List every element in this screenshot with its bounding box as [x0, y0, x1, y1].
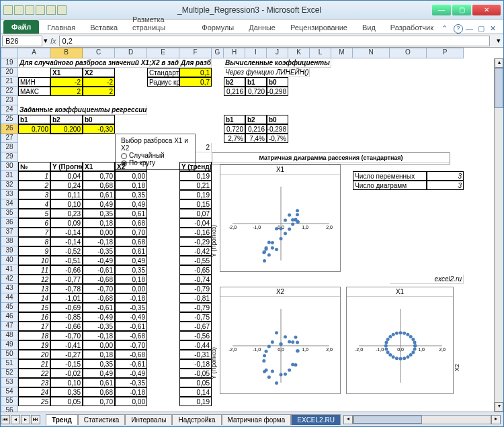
- td-x1[interactable]: 0,35: [83, 209, 115, 218]
- name-box[interactable]: B26: [2, 36, 42, 46]
- cell-min[interactable]: МИН: [18, 77, 50, 87]
- td-y[interactable]: -0,85: [50, 312, 83, 322]
- sheet-tab-4[interactable]: Матричная форма: [222, 414, 292, 425]
- row-header-30[interactable]: 30: [1, 162, 18, 171]
- tab-home[interactable]: Главная: [40, 21, 82, 34]
- sheet-last-icon[interactable]: ⏭: [31, 415, 40, 424]
- cell-rad-lbl[interactable]: Радиус круга: [147, 77, 179, 87]
- ribbon-minimize-icon[interactable]: ⌃: [442, 24, 451, 34]
- tab-insert[interactable]: Вставка: [83, 21, 124, 34]
- row-header-37[interactable]: 37: [1, 228, 18, 237]
- scroll-down-icon[interactable]: ▾: [495, 402, 503, 412]
- row-header-29[interactable]: 29: [1, 152, 18, 162]
- td-y[interactable]: -0,27: [50, 350, 83, 359]
- td-x2[interactable]: -0,35: [115, 378, 147, 387]
- td-yt[interactable]: -0,04: [179, 218, 212, 228]
- td-n[interactable]: 16: [18, 312, 50, 322]
- c-b2[interactable]: b2: [245, 115, 267, 124]
- select-all-corner[interactable]: [1, 48, 18, 58]
- row-header-52[interactable]: 52: [1, 369, 18, 378]
- row-header-56[interactable]: 56: [1, 406, 18, 412]
- pct-b2[interactable]: 7,4%: [245, 134, 267, 143]
- sheet-tab-3[interactable]: Надстройка: [172, 414, 221, 425]
- sv-b2[interactable]: 0,200: [50, 124, 83, 134]
- td-x2[interactable]: -0,61: [115, 322, 147, 331]
- td-n[interactable]: 5: [18, 209, 50, 218]
- td-n[interactable]: 23: [18, 378, 50, 387]
- td-x1[interactable]: -0,18: [83, 237, 115, 246]
- row-header-24[interactable]: 24: [1, 105, 18, 115]
- td-x2[interactable]: 0,18: [115, 181, 147, 190]
- th-yt[interactable]: Y (тренд): [179, 162, 212, 171]
- fx-icon[interactable]: fx: [48, 37, 59, 45]
- row-header-45[interactable]: 45: [1, 303, 18, 312]
- cell-stdy-lbl[interactable]: Стандартное отклонение Y: [147, 68, 179, 77]
- td-x1[interactable]: -0,35: [83, 322, 115, 331]
- td-x1[interactable]: 0,00: [83, 340, 115, 350]
- diag-lbl[interactable]: Число диаграмм: [353, 181, 427, 190]
- td-n[interactable]: 6: [18, 218, 50, 228]
- sheet-tab-2[interactable]: Интервалы: [125, 414, 172, 425]
- close-button[interactable]: ✕: [472, 5, 501, 15]
- td-x2[interactable]: -0,35: [115, 303, 147, 312]
- col-header-K[interactable]: K: [288, 48, 310, 58]
- chart-X1[interactable]: X1-2,0-1,00,01,02,0: [220, 164, 341, 272]
- td-x1[interactable]: 0,61: [83, 190, 115, 199]
- cv-b1[interactable]: 0,720: [224, 124, 245, 134]
- tab-formulas[interactable]: Формулы: [195, 21, 241, 34]
- cell-x1h[interactable]: X1: [50, 68, 83, 77]
- td-y[interactable]: 0,05: [50, 397, 83, 406]
- c-b1[interactable]: b1: [224, 115, 245, 124]
- col-header-J[interactable]: J: [267, 48, 288, 58]
- td-n[interactable]: 10: [18, 256, 50, 265]
- td-n[interactable]: 24: [18, 387, 50, 397]
- row-header-28[interactable]: 28: [1, 143, 18, 152]
- td-yt[interactable]: 0,07: [179, 209, 212, 218]
- redo-icon[interactable]: [36, 5, 45, 15]
- row-header-47[interactable]: 47: [1, 322, 18, 331]
- h-b2[interactable]: b2: [224, 77, 245, 87]
- cell-minx2[interactable]: -2: [83, 77, 115, 87]
- th-y[interactable]: Y (Прогноз): [50, 162, 83, 171]
- undo-icon[interactable]: [25, 5, 34, 15]
- formula-expand-icon[interactable]: ▾: [494, 36, 503, 45]
- td-y[interactable]: -0,15: [50, 359, 83, 369]
- td-x1[interactable]: 0,70: [83, 397, 115, 406]
- td-x2[interactable]: -0,68: [115, 350, 147, 359]
- td-x2[interactable]: 0,18: [115, 275, 147, 284]
- td-x1[interactable]: -0,61: [83, 303, 115, 312]
- td-yt[interactable]: -0,05: [179, 369, 212, 378]
- sheet-next-icon[interactable]: ▸: [21, 415, 30, 424]
- col-header-C[interactable]: C: [83, 48, 115, 58]
- row-header-49[interactable]: 49: [1, 340, 18, 350]
- cell-maxx2[interactable]: 2: [83, 87, 115, 96]
- site-label[interactable]: excel2.ru: [390, 275, 464, 284]
- col-header-O[interactable]: O: [390, 48, 427, 58]
- row-header-26[interactable]: 26: [1, 124, 18, 134]
- td-yt[interactable]: 0,19: [179, 397, 212, 406]
- td-y[interactable]: 0,23: [50, 209, 83, 218]
- col-header-G[interactable]: G: [212, 48, 224, 58]
- td-n[interactable]: 9: [18, 246, 50, 256]
- pct-b0[interactable]: -0,7%: [267, 134, 288, 143]
- sheet-first-icon[interactable]: ⏮: [1, 415, 10, 424]
- td-x2[interactable]: -0,18: [115, 387, 147, 397]
- td-x1[interactable]: -0,18: [83, 331, 115, 340]
- td-x2[interactable]: 0,61: [115, 246, 147, 256]
- row-header-36[interactable]: 36: [1, 218, 18, 228]
- row-header-35[interactable]: 35: [1, 209, 18, 218]
- qat-more-icon[interactable]: [57, 5, 67, 15]
- td-y[interactable]: 0,35: [50, 387, 83, 397]
- cell-minx1[interactable]: -2: [50, 77, 83, 87]
- row-header-22[interactable]: 22: [1, 87, 18, 96]
- hdr-set[interactable]: Заданные коэффициенты регрессии (тренд): [18, 105, 147, 115]
- td-x2[interactable]: 0,35: [115, 190, 147, 199]
- td-x2[interactable]: -0,70: [115, 340, 147, 350]
- td-y[interactable]: -0,69: [50, 303, 83, 312]
- row-header-20[interactable]: 20: [1, 68, 18, 77]
- scroll-left-icon[interactable]: ◂: [343, 415, 353, 424]
- td-x1[interactable]: 0,49: [83, 369, 115, 378]
- help-icon[interactable]: ?: [454, 24, 463, 34]
- td-y[interactable]: 0,24: [50, 181, 83, 190]
- window-options-icon[interactable]: —: [466, 24, 475, 34]
